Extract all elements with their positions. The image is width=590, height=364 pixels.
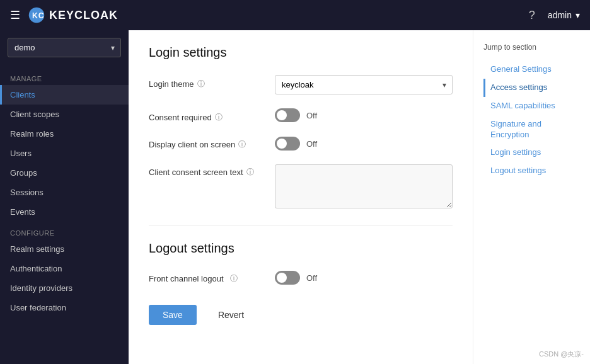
display-client-toggle[interactable] [275,137,300,151]
user-chevron-icon: ▾ [576,10,580,20]
sidebar-item-realm-roles[interactable]: Realm roles [0,124,129,144]
jump-item-login[interactable]: Login settings [483,144,580,162]
main-layout: demo ▾ Manage Clients Client scopes Real… [0,30,590,364]
front-channel-thumb [277,273,287,283]
consent-required-toggle[interactable] [275,108,300,122]
consent-screen-control [275,164,453,210]
hamburger-icon[interactable]: ☰ [10,8,20,22]
jump-item-general[interactable]: General Settings [483,60,580,79]
sidebar-item-realm-settings[interactable]: Realm settings [0,239,129,259]
sidebar: demo ▾ Manage Clients Client scopes Real… [0,30,129,364]
top-navbar: ☰ KC KEYCLOAK ? admin ▾ [0,0,590,30]
login-theme-help-icon[interactable]: ⓘ [197,79,205,89]
sidebar-item-client-scopes[interactable]: Client scopes [0,105,129,124]
display-client-state-label: Off [306,139,317,149]
consent-screen-row: Client consent screen text ⓘ [149,164,453,210]
user-label: admin [548,10,572,20]
svg-text:KC: KC [32,11,44,20]
consent-screen-label: Client consent screen text ⓘ [149,164,275,178]
logout-settings-title: Logout settings [149,241,453,256]
login-theme-select-wrapper: keycloak base custom ▾ [275,75,453,94]
logo: KC KEYCLOAK [28,6,118,24]
sidebar-item-clients[interactable]: Clients [0,85,129,105]
save-button[interactable]: Save [149,305,197,325]
display-client-toggle-row: Off [275,137,453,151]
sidebar-item-user-federation[interactable]: User federation [0,298,129,317]
display-client-control: Off [275,137,453,151]
jump-item-saml[interactable]: SAML capabilities [483,97,580,115]
consent-screen-help-icon[interactable]: ⓘ [246,167,254,178]
jump-item-signature[interactable]: Signature and Encryption [483,115,580,144]
consent-required-help-icon[interactable]: ⓘ [215,112,223,123]
login-theme-select[interactable]: keycloak base custom [275,75,453,94]
front-channel-control: Off [275,271,453,285]
help-icon[interactable]: ? [529,9,535,22]
section-divider [149,225,453,226]
consent-required-track[interactable] [275,108,300,122]
sidebar-item-sessions[interactable]: Sessions [0,183,129,202]
display-client-row: Display client on screen ⓘ Off [149,137,453,151]
realm-selector-wrapper[interactable]: demo ▾ [8,38,121,57]
front-channel-track[interactable] [275,271,300,285]
consent-required-toggle-row: Off [275,108,453,122]
consent-required-row: Consent required ⓘ Off [149,108,453,123]
login-theme-label: Login theme ⓘ [149,75,275,89]
content-area: Login settings Login theme ⓘ keycloak ba… [129,30,473,364]
display-client-thumb [277,139,287,149]
watermark: CSDN @央凉- [539,350,584,359]
front-channel-toggle-row: Off [275,271,453,285]
display-client-help-icon[interactable]: ⓘ [238,139,246,150]
consent-required-label: Consent required ⓘ [149,108,275,123]
consent-screen-textarea[interactable] [275,164,453,208]
consent-required-state-label: Off [306,111,317,120]
jump-item-access[interactable]: Access settings [483,79,580,97]
consent-required-thumb [277,110,287,120]
sidebar-item-users[interactable]: Users [0,144,129,163]
manage-section-label: Manage [0,67,129,85]
action-buttons: Save Revert [149,305,453,335]
consent-required-control: Off [275,108,453,122]
keycloak-logo-icon: KC [28,6,45,24]
front-channel-label: Front channel logout ⓘ [149,271,275,284]
sidebar-item-events[interactable]: Events [0,202,129,222]
realm-select[interactable]: demo [8,38,121,57]
front-channel-toggle[interactable] [275,271,300,285]
display-client-track[interactable] [275,137,300,151]
logo-text: KEYCLOAK [49,9,118,22]
revert-button[interactable]: Revert [204,305,258,325]
jump-to-section-panel: Jump to section General Settings Access … [473,30,590,364]
sidebar-item-identity-providers[interactable]: Identity providers [0,278,129,298]
jump-title: Jump to section [483,43,580,52]
user-menu[interactable]: admin ▾ [548,10,580,20]
front-channel-help-icon[interactable]: ⓘ [230,273,238,284]
front-channel-row: Front channel logout ⓘ Off [149,271,453,285]
display-client-label: Display client on screen ⓘ [149,137,275,150]
login-settings-title: Login settings [149,45,453,60]
jump-item-logout[interactable]: Logout settings [483,162,580,180]
sidebar-item-groups[interactable]: Groups [0,163,129,183]
front-channel-state-label: Off [306,273,317,283]
configure-section-label: Configure [0,222,129,239]
sidebar-item-authentication[interactable]: Authentication [0,259,129,278]
login-theme-row: Login theme ⓘ keycloak base custom ▾ [149,75,453,94]
